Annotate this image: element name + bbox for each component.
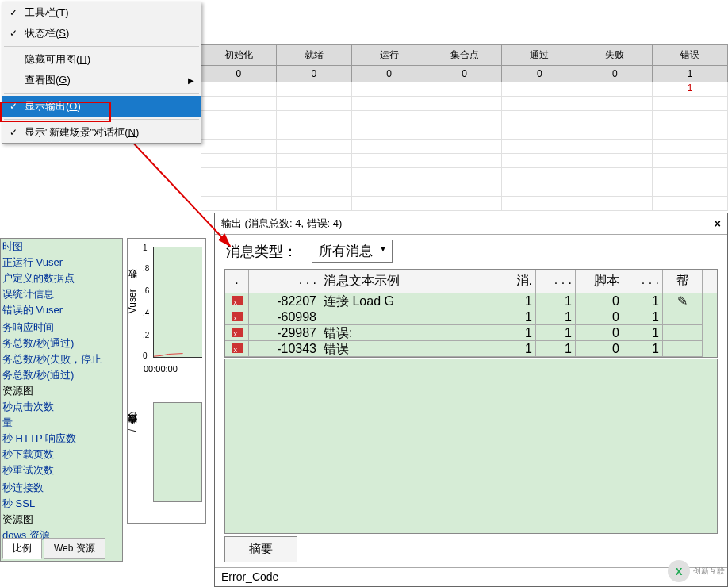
error-icon <box>232 312 243 321</box>
col-code[interactable]: . . . <box>249 270 320 294</box>
menu-label: 显示"新建场景"对话框(N) <box>21 125 201 140</box>
col-script[interactable]: 脚本 <box>576 270 623 294</box>
output-panel: 输出 (消息总数: 4, 错误: 4) × 消息类型： 所有消息 . . . .… <box>214 213 728 587</box>
col-n[interactable]: . . . <box>536 270 576 294</box>
menu-show-output[interactable]: ✓ 显示输出(O) <box>2 96 201 117</box>
cell: 0 <box>201 66 277 82</box>
menu-statusbar[interactable]: ✓ 状态栏(S) <box>2 23 201 44</box>
table-row[interactable]: -82207 连接 Load G 1 1 0 1 ✎ <box>225 294 717 309</box>
col-pass[interactable]: 通过 <box>502 45 577 66</box>
output-title-text: 输出 (消息总数: 4, 错误: 4) <box>221 217 342 231</box>
tree-item[interactable]: 务总数/秒(通过) <box>1 367 122 383</box>
help-icon[interactable]: ✎ <box>663 294 703 309</box>
col-run[interactable]: 运行 <box>352 45 427 66</box>
menu-label: 状态栏(S) <box>21 26 201 40</box>
col-fail[interactable]: 失败 <box>577 45 653 66</box>
error-icon <box>232 296 243 305</box>
grid-value-row: 0 0 0 0 0 0 1 <box>201 66 728 82</box>
cell: 0 <box>427 66 503 82</box>
cell: 0 <box>577 66 653 82</box>
cell: 0 <box>277 66 352 82</box>
tree-item[interactable]: 秒连接数 <box>1 480 122 496</box>
cell: 0 <box>502 66 577 82</box>
table-empty-area <box>224 359 718 534</box>
col-msg-text[interactable]: 消息文本示例 <box>320 270 496 294</box>
col-error[interactable]: 错误 <box>653 45 728 66</box>
chart-series-line <box>154 343 183 357</box>
col-ready[interactable]: 就绪 <box>277 45 352 66</box>
tab-scale[interactable]: 比例 <box>2 538 42 559</box>
check-icon: ✓ <box>6 28 21 39</box>
tree-item[interactable]: 秒下载页数 <box>1 447 122 462</box>
menu-label: 显示输出(O) <box>21 99 201 113</box>
col-help[interactable]: 帮 <box>663 270 703 294</box>
menu-label: 隐藏可用图(H) <box>21 52 201 67</box>
col-icon[interactable]: . <box>225 270 249 294</box>
plot-area <box>153 402 202 502</box>
x-tick: 00:00:00 <box>144 364 178 374</box>
col-init[interactable]: 初始化 <box>201 45 277 66</box>
tree-item[interactable]: 错误的 Vuser <box>1 302 122 318</box>
menu-hide-avail-graph[interactable]: 隐藏可用图(H) <box>2 49 201 70</box>
watermark-text: 创新互联 <box>693 566 725 577</box>
message-type-row: 消息类型： 所有消息 <box>215 235 727 267</box>
menu-separator <box>4 93 199 94</box>
tree-item[interactable]: 务总数/秒(失败，停止 <box>1 351 122 367</box>
messages-table: . . . . 消息文本示例 消. . . . 脚本 . . . 帮 -8220… <box>224 269 718 358</box>
col-rendezvous[interactable]: 集合点 <box>427 45 503 66</box>
tree-item[interactable]: 正运行 Vuser <box>1 255 122 270</box>
menu-view-graph[interactable]: 查看图(G) ▶ <box>2 70 201 90</box>
tree-item[interactable]: 秒点击次数 <box>1 399 122 415</box>
close-icon[interactable]: × <box>715 217 721 230</box>
message-type-label: 消息类型： <box>226 242 297 261</box>
hits-chart[interactable]: 点击次数/秒 <box>128 397 205 508</box>
tree-item[interactable]: 误统计信息 <box>1 286 122 302</box>
error-icon <box>232 328 243 337</box>
menu-toolbar[interactable]: ✓ 工具栏(T) <box>2 2 201 23</box>
y-axis-label: 点击次数/秒 <box>126 429 140 432</box>
submenu-arrow-icon: ▶ <box>188 76 201 85</box>
y-axis-label: Vuser 数 <box>126 286 140 313</box>
table-row[interactable]: -60998 1 1 0 1 <box>225 309 717 325</box>
cell: 1 <box>653 66 728 82</box>
tree-item[interactable]: 务总数/秒(通过) <box>1 336 122 351</box>
plot-area: 1 .8 .6 .4 .2 0 <box>153 247 202 358</box>
col-n[interactable]: . . . <box>623 270 663 294</box>
tree-item[interactable]: 秒 HTTP 响应数 <box>1 431 122 447</box>
table-row[interactable]: -10343 错误 1 1 0 1 <box>225 341 717 357</box>
tree-item[interactable]: 时图 <box>1 239 122 255</box>
tree-item[interactable]: 秒重试次数 <box>1 462 122 478</box>
tab-web-resources[interactable]: Web 资源 <box>44 538 105 559</box>
status-bar: Error_Code <box>215 567 727 586</box>
table-header-row: . . . . 消息文本示例 消. . . . 脚本 . . . 帮 <box>225 270 717 294</box>
menu-label: 查看图(G) <box>21 73 188 87</box>
check-icon: ✓ <box>6 127 21 138</box>
tree-item[interactable]: 量 <box>1 415 122 431</box>
left-panel-tabs: 比例 Web 资源 <box>2 538 105 559</box>
vuser-chart[interactable]: Vuser 数 1 .8 .6 .4 .2 0 00:00:00 <box>128 239 205 374</box>
menu-show-new-scene-dialog[interactable]: ✓ 显示"新建场景"对话框(N) <box>2 122 201 143</box>
tree-item[interactable]: 务响应时间 <box>1 320 122 336</box>
menu-label: 工具栏(T) <box>21 6 201 20</box>
table-row[interactable]: -29987 错误: 1 1 0 1 <box>225 325 717 341</box>
error-count-cell: 1 <box>653 82 728 97</box>
watermark: X 创新互联 <box>668 560 725 582</box>
output-titlebar: 输出 (消息总数: 4, 错误: 4) × <box>215 213 727 235</box>
col-msg[interactable]: 消. <box>496 270 536 294</box>
summary-tab[interactable]: 摘要 <box>224 536 297 562</box>
menu-separator <box>4 119 199 120</box>
tree-item[interactable]: 资源图 <box>1 512 122 528</box>
check-icon: ✓ <box>6 101 21 112</box>
message-type-dropdown[interactable]: 所有消息 <box>312 240 393 263</box>
menu-separator <box>4 46 199 47</box>
tree-item[interactable]: 秒 SSL <box>1 496 122 512</box>
status-grid: 初始化 就绪 运行 集合点 通过 失败 错误 0 0 0 0 0 0 1 1 <box>201 0 728 238</box>
tree-item[interactable]: 资源图 <box>1 383 122 399</box>
view-context-menu: ✓ 工具栏(T) ✓ 状态栏(S) 隐藏可用图(H) 查看图(G) ▶ ✓ 显示… <box>2 2 201 144</box>
chart-panel: Vuser 数 1 .8 .6 .4 .2 0 00:00:00 点击次数/秒 <box>127 238 206 524</box>
grid-header-row: 初始化 就绪 运行 集合点 通过 失败 错误 <box>201 44 728 66</box>
error-icon <box>232 343 243 353</box>
cell: 0 <box>352 66 427 82</box>
tree-item[interactable]: 户定义的数据点 <box>1 270 122 286</box>
check-icon: ✓ <box>6 7 21 18</box>
